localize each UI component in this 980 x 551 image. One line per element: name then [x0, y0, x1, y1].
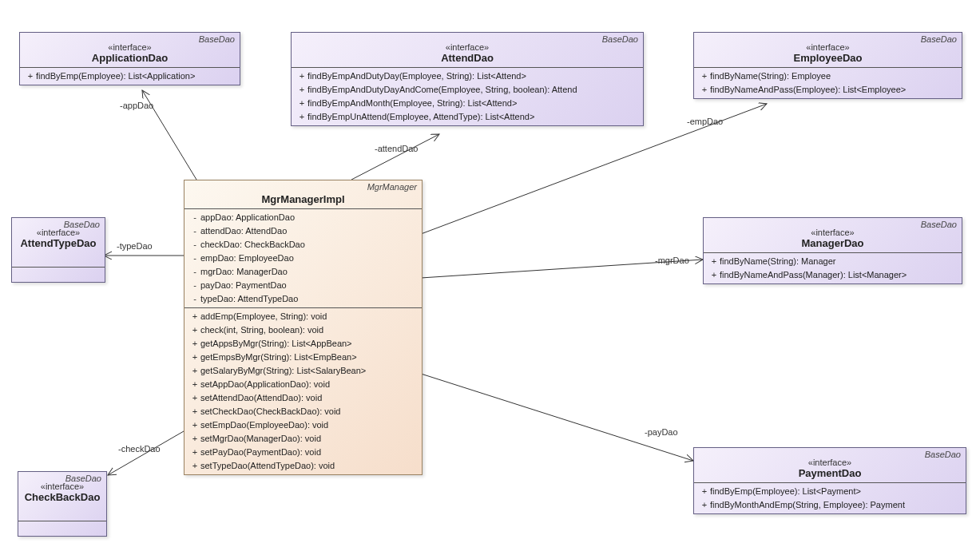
edge-label-mgr-dao: -mgrDao — [653, 256, 691, 265]
header: BaseDao «interface» AttendDao — [292, 33, 643, 68]
edge-label-emp-dao: -empDao — [685, 117, 724, 126]
edge-label-attend-dao: -attendDao — [373, 144, 419, 153]
header: BaseDao «interface» PaymentDao — [694, 448, 966, 483]
class-check-back-dao[interactable]: BaseDao «interface» CheckBackDao — [18, 471, 107, 537]
header: BaseDao «interface» AttendTypeDao — [12, 218, 105, 252]
mgr-manager-label: MgrManager — [367, 182, 417, 192]
edge-label-check-dao: -checkDao — [117, 444, 162, 454]
attributes: -appDao: ApplicationDao -attendDao: Atte… — [184, 209, 422, 308]
operations: +findByEmpAndDutyDay(Employee, String): … — [292, 68, 643, 125]
stereotype: «interface» — [108, 42, 151, 52]
operations: +findByEmp(Employee): List<Payment> +fin… — [694, 483, 966, 513]
operations: +findByName(String): Manager +findByName… — [704, 253, 962, 283]
class-employee-dao[interactable]: BaseDao «interface» EmployeeDao +findByN… — [693, 32, 962, 99]
operations: +findByName(String): Employee +findByNam… — [694, 68, 962, 98]
class-attend-dao[interactable]: BaseDao «interface» AttendDao +findByEmp… — [291, 32, 644, 126]
edge-label-type-dao: -typeDao — [115, 241, 154, 251]
edge-label-pay-dao: -payDao — [643, 427, 680, 437]
class-name: ApplicationDao — [92, 52, 168, 64]
header: MgrManager MgrManagerImpl — [184, 180, 422, 209]
header: BaseDao «interface» ManagerDao — [704, 218, 962, 253]
base-dao-label: BaseDao — [602, 34, 638, 44]
edge-label-app-dao: -appDao — [118, 101, 155, 110]
class-attend-type-dao[interactable]: BaseDao «interface» AttendTypeDao — [11, 217, 105, 283]
base-dao-label: BaseDao — [199, 34, 235, 44]
svg-line-5 — [421, 374, 693, 461]
class-application-dao[interactable]: BaseDao «interface» ApplicationDao +find… — [19, 32, 240, 85]
header: BaseDao «interface» CheckBackDao — [18, 472, 106, 506]
class-payment-dao[interactable]: BaseDao «interface» PaymentDao +findByEm… — [693, 447, 966, 514]
header: BaseDao «interface» EmployeeDao — [694, 33, 962, 68]
header: BaseDao «interface» ApplicationDao — [20, 33, 240, 68]
svg-line-1 — [351, 134, 439, 180]
operations: +addEmp(Employee, String): void +check(i… — [184, 308, 422, 474]
operations: +findByEmp(Employee): List<Application> — [20, 68, 240, 85]
class-mgr-manager-impl[interactable]: MgrManager MgrManagerImpl -appDao: Appli… — [184, 180, 423, 475]
class-manager-dao[interactable]: BaseDao «interface» ManagerDao +findByNa… — [703, 217, 962, 284]
